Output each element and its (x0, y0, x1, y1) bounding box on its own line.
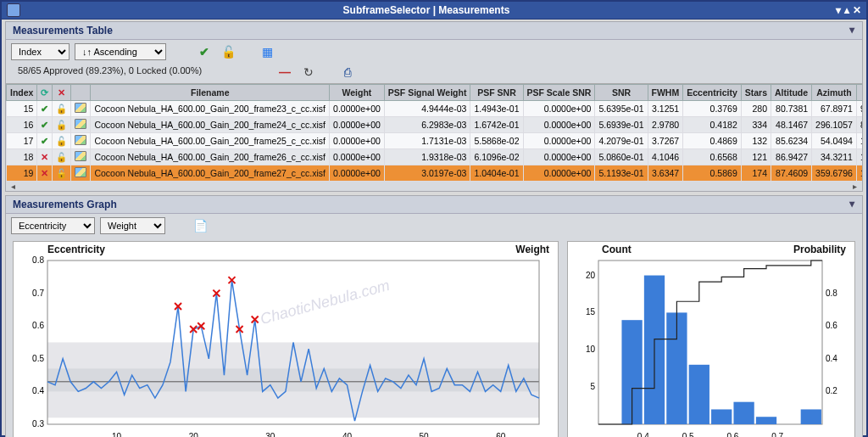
svg-text:0.7: 0.7 (771, 432, 783, 437)
reject-icon[interactable]: ✕ (41, 152, 48, 162)
col-azimuth[interactable]: Azimuth (812, 85, 857, 101)
svg-rect-47 (689, 365, 709, 424)
col-psf-signal-weight[interactable]: PSF Signal Weight (384, 85, 470, 101)
app-icon (7, 3, 20, 17)
chart2-right-title: Probability (793, 244, 846, 255)
window-title: SubframeSelector | Measurements (20, 4, 832, 16)
table-row[interactable]: 16✔🔓Cocoon Nebula_HA_600.00_Gain_200_fra… (7, 117, 863, 133)
measurements-table: Index⟳✕FilenameWeightPSF Signal WeightPS… (6, 84, 862, 182)
titlebar: SubframeSelector | Measurements ▾ ▴ ✕ (2, 2, 866, 20)
col-stars[interactable]: Stars (741, 85, 771, 101)
approval-status-text: 58/65 Approved (89.23%), 0 Locked (0.00%… (11, 64, 209, 80)
svg-text:20: 20 (586, 271, 596, 280)
approve-all-button[interactable]: ✔ (197, 44, 212, 59)
svg-text:40: 40 (342, 432, 353, 437)
svg-text:0.5: 0.5 (32, 354, 44, 363)
svg-text:0.8: 0.8 (32, 255, 44, 265)
refresh-col-icon[interactable]: ⟳ (41, 87, 48, 98)
image-file-icon (75, 119, 86, 129)
svg-text:20: 20 (189, 432, 199, 437)
eccentricity-line-chart[interactable]: Eccentricity Weight ChaoticNebula.com 0.… (13, 241, 559, 437)
svg-text:0.8: 0.8 (826, 289, 837, 298)
reject-icon[interactable]: ✕ (41, 168, 48, 178)
svg-text:5: 5 (591, 382, 596, 391)
approve-icon[interactable]: ✔ (41, 104, 48, 114)
svg-rect-50 (756, 417, 776, 424)
lock-icon[interactable]: 🔓 (56, 168, 67, 178)
svg-text:10: 10 (586, 345, 596, 354)
lock-icon[interactable]: 🔓 (56, 120, 67, 130)
approve-icon[interactable]: ✔ (41, 120, 48, 130)
table-row[interactable]: 17✔🔓Cocoon Nebula_HA_600.00_Gain_200_fra… (7, 133, 863, 149)
col-psf-scale-snr[interactable]: PSF Scale SNR (523, 85, 595, 101)
sort-field-select[interactable]: Index (11, 43, 70, 60)
chart2-left-title: Count (602, 244, 632, 255)
table-toolbar: Index ↓↑ Ascending ✔ 🔓 ▦ (6, 40, 862, 64)
eccentricity-histogram[interactable]: Count Probability 51015200.20.40.60.80.4… (567, 241, 855, 437)
image-file-icon (75, 103, 86, 113)
svg-text:0.7: 0.7 (32, 289, 44, 298)
svg-text:0.4: 0.4 (637, 432, 649, 437)
table-row[interactable]: 19✕🔓Cocoon Nebula_HA_600.00_Gain_200_fra… (7, 165, 863, 182)
graph-y-select[interactable]: Eccentricity (11, 217, 95, 234)
col-psf-snr[interactable]: PSF SNR (470, 85, 523, 101)
svg-text:15: 15 (586, 307, 596, 317)
section-header-measurements-graph[interactable]: Measurements Graph ▸ (6, 196, 862, 214)
col-altitude[interactable]: Altitude (771, 85, 812, 101)
table-row[interactable]: 18✕🔓Cocoon Nebula_HA_600.00_Gain_200_fra… (7, 149, 863, 165)
export-pdf-button[interactable]: 📄 (192, 218, 208, 233)
unlock-all-button[interactable]: 🔓 (220, 44, 236, 59)
svg-text:0.6: 0.6 (826, 321, 837, 330)
section-title: Measurements Graph (13, 199, 117, 210)
svg-text:0.3: 0.3 (32, 419, 44, 429)
lock-icon[interactable]: 🔓 (56, 136, 67, 146)
reject-col-icon[interactable]: ✕ (58, 87, 65, 98)
svg-rect-49 (734, 402, 754, 424)
graph-y2-select[interactable]: Weight (100, 217, 165, 234)
svg-rect-48 (711, 409, 732, 424)
chart1-left-title: Eccentricity (47, 244, 105, 255)
svg-text:60: 60 (496, 432, 506, 437)
lock-icon[interactable]: 🔓 (56, 104, 67, 114)
svg-rect-51 (801, 409, 821, 424)
col-n[interactable]: N (856, 85, 862, 101)
chart1-right-title: Weight (515, 244, 549, 255)
table-row[interactable]: 15✔🔓Cocoon Nebula_HA_600.00_Gain_200_fra… (7, 101, 863, 117)
grid-toggle-button[interactable]: ▦ (259, 44, 275, 59)
section-title: Measurements Table (13, 25, 113, 36)
col-snr[interactable]: SNR (595, 85, 648, 101)
collapse-icon[interactable]: ▸ (847, 202, 859, 207)
sort-direction-select[interactable]: ↓↑ Ascending (75, 43, 166, 60)
hscroll-indicator[interactable]: ◂▸ (6, 182, 862, 191)
image-file-icon (75, 167, 86, 177)
approve-icon[interactable]: ✔ (41, 136, 48, 146)
export-csv-button[interactable]: ⎙ (340, 64, 355, 80)
col-filename[interactable]: Filename (91, 85, 330, 101)
svg-text:10: 10 (112, 432, 122, 437)
close-button[interactable]: ✕ (853, 4, 861, 16)
collapse-icon[interactable]: ▸ (847, 28, 859, 33)
section-header-measurements-table[interactable]: Measurements Table ▸ (6, 22, 862, 40)
svg-text:50: 50 (420, 432, 430, 437)
image-file-icon (75, 151, 86, 161)
col-fwhm[interactable]: FWHM (648, 85, 683, 101)
svg-text:0.4: 0.4 (826, 354, 837, 363)
reject-all-button[interactable]: — (277, 64, 292, 80)
image-file-icon (75, 135, 86, 145)
svg-text:0.6: 0.6 (727, 432, 739, 437)
col-weight[interactable]: Weight (330, 85, 385, 101)
minimize-button[interactable]: ▾ (836, 4, 841, 16)
svg-text:0.5: 0.5 (682, 432, 694, 437)
svg-text:0.6: 0.6 (32, 321, 44, 330)
svg-text:0.4: 0.4 (32, 386, 44, 395)
reload-button[interactable]: ↻ (301, 64, 316, 80)
maximize-button[interactable]: ▴ (844, 4, 849, 16)
col-index[interactable]: Index (7, 85, 37, 101)
svg-text:0.2: 0.2 (826, 386, 837, 395)
col-eccentricity[interactable]: Eccentricity (683, 85, 742, 101)
svg-text:30: 30 (265, 432, 275, 437)
lock-icon[interactable]: 🔓 (56, 152, 67, 162)
